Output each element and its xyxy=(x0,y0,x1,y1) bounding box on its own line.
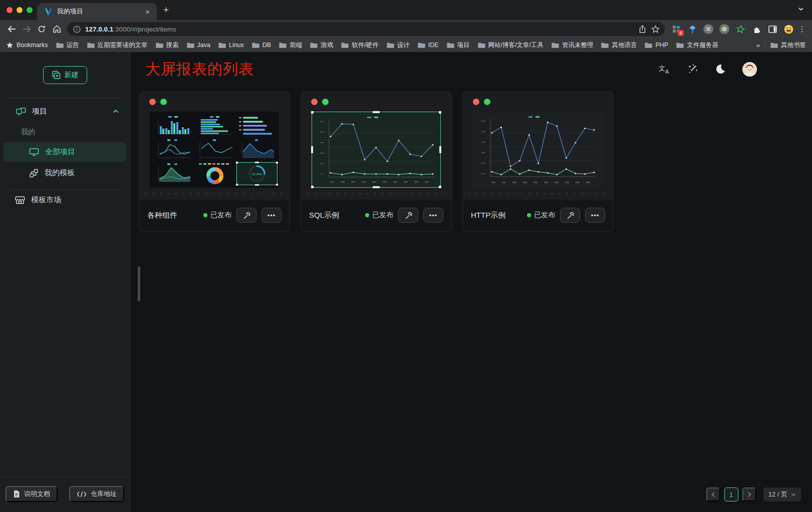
bookmark-folder[interactable]: 游戏 xyxy=(310,41,333,50)
bookmark-folder-label: 设计 xyxy=(397,41,410,50)
command-extension-icon[interactable]: ⌘ xyxy=(701,22,716,37)
bookmark-folder[interactable]: 搜索 xyxy=(156,41,179,50)
folder-icon xyxy=(56,42,64,48)
dark-mode-moon-icon[interactable] xyxy=(715,64,726,75)
prev-page-button[interactable] xyxy=(706,487,720,501)
other-bookmarks[interactable]: 其他书签 xyxy=(770,41,806,50)
new-project-label: 新建 xyxy=(65,71,79,80)
bookmark-folder[interactable]: 运营 xyxy=(56,41,79,50)
folder-icon xyxy=(279,42,287,48)
bookmark-folder[interactable]: 其他语言 xyxy=(601,41,637,50)
project-card-http[interactable]: HTTP示例 已发布 ••• xyxy=(462,92,614,232)
tab-manager-extension-icon[interactable]: 9 xyxy=(669,22,684,37)
bookmark-folder-label: 前端 xyxy=(290,41,302,50)
bookmark-folder[interactable]: 软件/硬件 xyxy=(341,41,378,50)
mini-line-chart-multi xyxy=(153,139,193,161)
red-dot xyxy=(473,99,479,105)
chevron-up-icon[interactable] xyxy=(113,110,119,113)
folder-icon xyxy=(770,42,778,48)
bookmarks-bar: Bookmarks 运营近期需要读的文章搜索JavaLinuxDB前端游戏软件/… xyxy=(0,38,812,52)
red-dot xyxy=(311,99,318,105)
bookmark-folder[interactable]: 项目 xyxy=(447,41,470,50)
close-window-button[interactable] xyxy=(7,7,13,13)
browser-menu-icon[interactable]: ⋮ xyxy=(796,25,808,34)
bookmarks-overflow-chevron[interactable]: » xyxy=(751,42,765,49)
recorder-extension-icon[interactable] xyxy=(717,22,732,37)
project-thumbnail-selected[interactable] xyxy=(312,112,441,188)
more-actions-button[interactable]: ••• xyxy=(423,208,443,223)
repo-button[interactable]: 仓库地址 xyxy=(69,486,124,502)
emoji-extension-icon[interactable] xyxy=(781,22,796,37)
extensions-puzzle-icon[interactable] xyxy=(749,22,764,37)
pagination: 1 12 / 页 xyxy=(706,487,801,501)
sidebar-subgroup-mine: 我的 xyxy=(0,123,130,141)
mini-gauge-chart-selected[interactable]: 25.00% xyxy=(236,162,278,185)
bookmark-folder[interactable]: 近期需要读的文章 xyxy=(87,41,148,50)
new-tab-button[interactable]: + xyxy=(163,5,169,15)
extension-badge: 9 xyxy=(678,30,684,36)
bookmark-folder[interactable]: 网站/博客/文章/工具 xyxy=(478,41,544,50)
bookmark-folder-label: 文件服务器 xyxy=(687,41,718,50)
bookmark-folder[interactable]: 设计 xyxy=(387,41,410,50)
forward-button[interactable] xyxy=(19,22,34,37)
tab-close-icon[interactable]: × xyxy=(143,8,152,16)
bookmark-folder[interactable]: IDE xyxy=(418,42,439,49)
user-avatar[interactable] xyxy=(742,62,757,77)
more-actions-button[interactable]: ••• xyxy=(585,208,605,223)
project-thumbnail[interactable] xyxy=(473,112,603,188)
sidebar-item-template-market[interactable]: 模板市场 xyxy=(0,190,130,210)
language-toggle-icon[interactable]: 文A xyxy=(659,64,671,74)
hammer-icon xyxy=(566,211,575,220)
folder-icon xyxy=(156,42,163,48)
back-button[interactable] xyxy=(4,22,19,37)
reload-button[interactable] xyxy=(34,22,49,37)
bookmark-folder[interactable]: 文件服务器 xyxy=(676,41,718,50)
sidebar-group-project[interactable]: 项目 xyxy=(0,99,130,123)
bookmark-folder-label: IDE xyxy=(428,42,439,49)
maximize-window-button[interactable] xyxy=(27,7,33,13)
bookmark-folder[interactable]: 前端 xyxy=(279,41,302,50)
sidebar-item-my-templates[interactable]: 我的模板 xyxy=(0,163,130,183)
publish-status: 已发布 xyxy=(203,211,231,220)
sidebar-item-all-projects[interactable]: 全部项目 xyxy=(4,142,126,162)
bookmark-folder[interactable]: 资讯未整理 xyxy=(552,41,594,50)
home-button[interactable] xyxy=(49,22,64,37)
edit-project-button[interactable] xyxy=(560,208,580,223)
card-window-dots xyxy=(463,92,613,105)
edit-project-button[interactable] xyxy=(236,208,256,223)
macos-traffic-lights xyxy=(0,7,40,13)
url-text[interactable]: 127.0.0.1:3000/#/project/items xyxy=(85,26,636,33)
minimize-window-button[interactable] xyxy=(17,7,23,13)
bookmark-folder[interactable]: PHP xyxy=(645,42,668,49)
sql-line-chart xyxy=(314,113,438,186)
side-panel-icon[interactable] xyxy=(765,22,780,37)
green-dot xyxy=(160,99,167,105)
next-page-button[interactable] xyxy=(742,487,756,501)
site-info-icon[interactable] xyxy=(73,26,81,33)
current-page-button[interactable]: 1 xyxy=(724,487,738,501)
project-thumbnail[interactable]: 25.00% xyxy=(150,112,279,188)
url-bar[interactable]: 127.0.0.1:3000/#/project/items xyxy=(67,22,665,36)
tab-search-chevron-icon[interactable] xyxy=(798,7,804,11)
scrollbar-thumb[interactable] xyxy=(138,266,140,301)
bookmark-star-icon[interactable] xyxy=(649,23,662,36)
bookmark-folder[interactable]: Java xyxy=(187,42,210,49)
bookmark-folder[interactable]: Linux xyxy=(218,42,244,49)
project-cards: 25.00% 各种组件 已发布 xyxy=(139,92,614,232)
project-card-sql[interactable]: SQL示例 已发布 ••• xyxy=(301,92,452,232)
page-size-select[interactable]: 12 / 页 xyxy=(763,487,801,501)
share-icon[interactable] xyxy=(636,23,649,36)
edit-project-button[interactable] xyxy=(398,208,418,223)
bookmark-folder[interactable]: DB xyxy=(252,42,271,49)
magic-wand-icon[interactable] xyxy=(687,64,698,75)
folder-icon xyxy=(676,42,684,48)
docs-button[interactable]: 说明文档 xyxy=(6,486,58,502)
green-star-extension-icon[interactable] xyxy=(733,22,748,37)
bookmarks-root[interactable]: Bookmarks xyxy=(6,42,48,49)
more-actions-button[interactable]: ••• xyxy=(261,208,282,223)
project-card-components[interactable]: 25.00% 各种组件 已发布 xyxy=(139,92,290,232)
browser-tab[interactable]: 我的项目 × xyxy=(37,3,157,20)
gem-extension-icon[interactable] xyxy=(685,22,700,37)
bookmark-folder-label: 其他语言 xyxy=(612,41,637,50)
new-project-button[interactable]: 新建 xyxy=(43,66,87,84)
